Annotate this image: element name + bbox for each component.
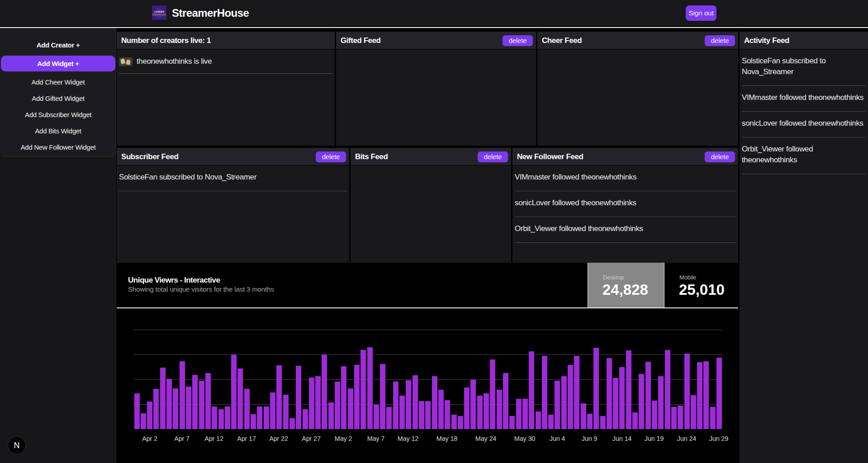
svg-text:StartUp Lab: StartUp Lab <box>152 13 166 16</box>
svg-text:LAURIER: LAURIER <box>154 11 164 13</box>
